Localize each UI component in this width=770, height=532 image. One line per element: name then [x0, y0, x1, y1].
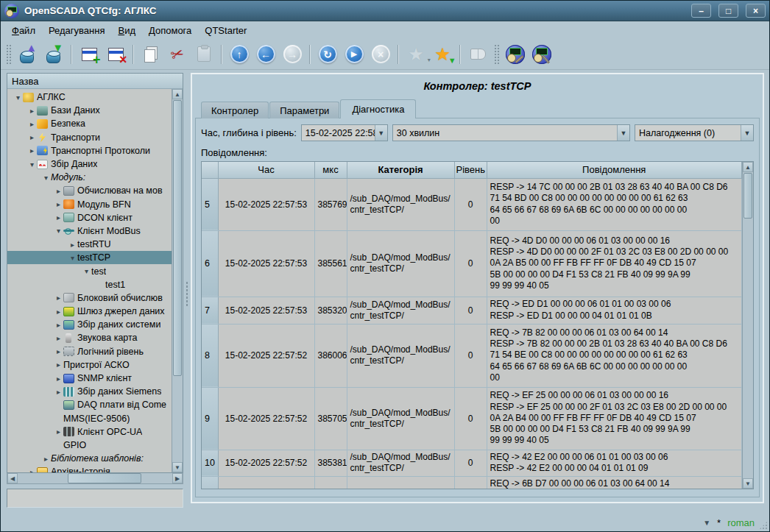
- toolbar-handle[interactable]: [6, 44, 11, 65]
- tree-item-daq[interactable]: ▾Збір Даних: [7, 157, 172, 171]
- user-name[interactable]: roman: [727, 517, 755, 528]
- expand-arrow-icon[interactable]: ▸: [54, 294, 63, 302]
- tree-filter-input[interactable]: [7, 489, 183, 508]
- tree-item-mms[interactable]: MMS(IEC-9506): [7, 412, 172, 425]
- level-combo[interactable]: Налагодження (0) ▼: [635, 124, 754, 141]
- table-row[interactable]: 10 15-02-2025 22:57:52 385381 /sub_DAQ/m…: [202, 450, 742, 476]
- menu-edit[interactable]: Редагування: [42, 23, 112, 38]
- tree-horizontal-scrollbar[interactable]: ◀ ▶: [7, 473, 183, 484]
- scroll-up-icon[interactable]: ▲: [172, 89, 183, 99]
- tree-item-systemda[interactable]: ▸Збір даних системи: [7, 318, 172, 331]
- expand-arrow-icon[interactable]: ▸: [54, 347, 63, 355]
- tree-item-transports[interactable]: ▸Транспорти: [7, 131, 172, 144]
- panel-splitter[interactable]: [183, 73, 191, 514]
- collapse-arrow-icon[interactable]: ▾: [27, 160, 37, 169]
- tree-item-soundcard[interactable]: ▸Звукова карта: [7, 331, 172, 344]
- minimize-button[interactable]: –: [691, 4, 711, 18]
- scroll-down-icon[interactable]: ▼: [743, 478, 753, 489]
- tree-item-dcon[interactable]: ▸DCON клієнт: [7, 211, 172, 224]
- table-row[interactable]: 8 15-02-2025 22:57:52 386006 /sub_DAQ/mo…: [202, 324, 742, 387]
- expand-arrow-icon[interactable]: ▸: [54, 187, 63, 195]
- table-vertical-scrollbar[interactable]: ▲ ▼: [742, 162, 753, 489]
- expand-arrow-icon[interactable]: ▸: [54, 388, 63, 396]
- scroll-down-icon[interactable]: ▼: [172, 462, 183, 472]
- expand-arrow-icon[interactable]: ▸: [27, 133, 37, 141]
- cut-button[interactable]: ✂: [165, 42, 190, 67]
- tree-item-testrtu[interactable]: ▸testRTU: [7, 238, 172, 251]
- table-row[interactable]: 6 15-02-2025 22:57:53 385561 /sub_DAQ/mo…: [202, 230, 742, 297]
- expand-arrow-icon[interactable]: ▸: [54, 308, 63, 316]
- remove-item-button[interactable]: ×: [103, 42, 128, 67]
- close-button[interactable]: ×: [746, 4, 766, 18]
- tab-diagnostics[interactable]: Діагностика: [340, 99, 416, 118]
- tab-controller[interactable]: Контролер: [201, 102, 269, 118]
- col-header-category[interactable]: Категорія: [347, 162, 454, 178]
- scroll-right-icon[interactable]: ▶: [172, 473, 183, 483]
- col-header-message[interactable]: Повідомлення: [487, 162, 742, 178]
- tree-item-databases[interactable]: ▸Бази Даних: [7, 104, 172, 117]
- expand-arrow-icon[interactable]: ▸: [41, 455, 51, 463]
- collapse-arrow-icon[interactable]: ▾: [68, 254, 77, 262]
- chevron-down-icon[interactable]: ▼: [375, 125, 387, 141]
- chevron-down-icon[interactable]: ▼: [617, 125, 629, 141]
- maximize-button[interactable]: □: [718, 4, 738, 18]
- table-row[interactable]: 5 15-02-2025 22:57:53 385769 /sub_DAQ/mo…: [202, 178, 742, 230]
- tree-item-modbus[interactable]: ▾Клієнт ModBus: [7, 224, 172, 238]
- collapse-arrow-icon[interactable]: ▾: [13, 93, 23, 102]
- add-item-button[interactable]: +: [77, 42, 102, 67]
- tree-item-security[interactable]: ▸Безпека: [7, 117, 172, 130]
- chevron-down-icon[interactable]: ▼: [741, 125, 753, 141]
- depth-combo[interactable]: 30 хвилин ▼: [392, 124, 630, 141]
- tree-vertical-scrollbar[interactable]: ▲ ▼: [172, 89, 183, 472]
- collapse-arrow-icon[interactable]: ▾: [54, 227, 63, 235]
- col-header-level[interactable]: Рівень: [454, 162, 487, 178]
- expand-arrow-icon[interactable]: ▸: [54, 213, 63, 221]
- tree-item-asko[interactable]: ▸Пристрої АСКО: [7, 358, 172, 372]
- col-header-time[interactable]: Час: [218, 162, 314, 178]
- menu-help[interactable]: Допомога: [142, 23, 198, 38]
- expand-arrow-icon[interactable]: ▸: [54, 334, 63, 342]
- col-header-num[interactable]: [202, 162, 218, 178]
- expand-arrow-icon[interactable]: ▸: [27, 146, 37, 155]
- tree-item-archives[interactable]: ▸Архіви-Історія: [7, 465, 172, 472]
- scroll-left-icon[interactable]: ◀: [7, 473, 18, 483]
- tree-header-name[interactable]: Назва: [7, 74, 183, 89]
- tree-item-siemens[interactable]: ▸Збір даних Siemens: [7, 385, 172, 398]
- copy-button[interactable]: [138, 42, 163, 67]
- tree-item-gpio[interactable]: GPIO: [7, 439, 172, 452]
- collapse-panel-icon[interactable]: ▼: [703, 519, 710, 527]
- tree-item-javalikecalc[interactable]: ▸Обчислювач на мов: [7, 184, 172, 197]
- collapse-arrow-icon[interactable]: ▾: [41, 174, 51, 182]
- tree-item-aglks[interactable]: ▾АГЛКС: [7, 91, 172, 104]
- tree-item-module-group[interactable]: ▾Модуль:: [7, 171, 172, 184]
- expand-arrow-icon[interactable]: ▸: [27, 468, 37, 472]
- expand-arrow-icon[interactable]: ▸: [27, 107, 37, 115]
- tree-item-snmp[interactable]: ▸SNMP клієнт: [7, 372, 172, 385]
- expand-arrow-icon[interactable]: ▸: [27, 120, 37, 128]
- table-row[interactable]: 9 15-02-2025 22:57:52 385705 /sub_DAQ/mo…: [202, 387, 742, 450]
- toolbar-handle[interactable]: [494, 44, 499, 65]
- scroll-up-icon[interactable]: ▲: [743, 162, 753, 172]
- scrollbar-thumb[interactable]: [173, 100, 182, 376]
- expand-arrow-icon[interactable]: ▸: [54, 361, 63, 369]
- table-row[interactable]: REQ -> 6B D7 00 00 00 06 01 03 00 64 00 …: [202, 476, 742, 489]
- expand-arrow-icon[interactable]: ▸: [54, 428, 63, 436]
- tree-item-testtcp[interactable]: ▾testTCP: [7, 251, 172, 264]
- menu-file[interactable]: Файл: [5, 23, 42, 38]
- tree-item-opcua[interactable]: ▸Клієнт OPC-UA: [7, 425, 172, 439]
- tree-item-protocols[interactable]: ▸Транспортні Протоколи: [7, 144, 172, 157]
- tree-item-daqgate[interactable]: ▸Шлюз джерел даних: [7, 305, 172, 318]
- scrollbar-thumb[interactable]: [68, 473, 141, 483]
- tree-item-test1[interactable]: test1: [7, 278, 172, 291]
- back-button[interactable]: ←: [253, 42, 278, 67]
- refresh-button[interactable]: ↻: [315, 42, 340, 67]
- col-header-usec[interactable]: мкс: [314, 162, 347, 178]
- collapse-arrow-icon[interactable]: ▾: [82, 267, 91, 275]
- save-button[interactable]: ▼: [41, 42, 66, 67]
- expand-arrow-icon[interactable]: ▸: [54, 200, 63, 208]
- add-favorite-button[interactable]: ★▼: [430, 42, 455, 67]
- tree-item-comedi[interactable]: DAQ плати від Come: [7, 398, 172, 411]
- tree-item-template-lib[interactable]: ▸Бібліотека шаблонів:: [7, 452, 172, 465]
- datetime-picker[interactable]: 15-02-2025 22:58:30 ▼: [301, 124, 388, 141]
- tree-item-logiclev[interactable]: ▸Логічний рівень: [7, 345, 172, 358]
